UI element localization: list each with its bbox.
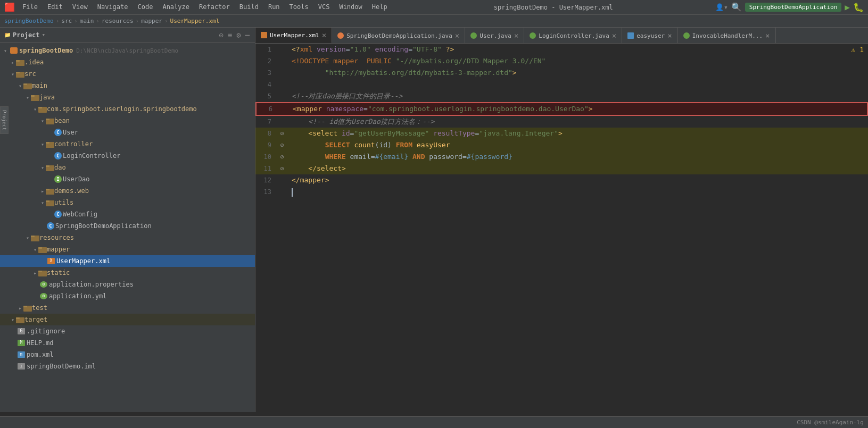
menu-edit[interactable]: Edit xyxy=(43,2,67,12)
tree-item-com[interactable]: ▾ com.springboot.userlogin.springbootdem… xyxy=(0,103,255,115)
tree-item-appyml[interactable]: ⚙ application.yml xyxy=(0,290,255,302)
breadcrumb-file[interactable]: UserMapper.xml xyxy=(170,18,220,24)
tab-easyuser[interactable]: easyuser × xyxy=(622,28,677,44)
tab-logincontroller[interactable]: LoginController.java × xyxy=(524,28,622,44)
project-dropdown-icon[interactable]: ▾ xyxy=(42,31,46,38)
tree-item-dao[interactable]: ▾ dao xyxy=(0,162,255,173)
tree-item-main[interactable]: ▾ main xyxy=(0,80,255,91)
tab-springbootdemoapplication[interactable]: SpringBootDemoApplication.java × xyxy=(332,28,465,44)
menu-tools[interactable]: Tools xyxy=(285,2,313,12)
line-gutter-11: ⊘ xyxy=(277,163,287,174)
close-sidebar-icon[interactable]: ─ xyxy=(244,30,251,40)
tree-item-idea[interactable]: ▸ .idea xyxy=(0,56,255,68)
tree-item-target[interactable]: ▾ target xyxy=(0,314,255,325)
tree-label-helpmd: HELP.md xyxy=(27,339,54,347)
menu-window[interactable]: Window xyxy=(335,2,366,12)
tree-item-springbootdemo[interactable]: ▾ springBootDemo D:\NCB\ncbJava\springBo… xyxy=(0,45,255,56)
tree-item-usermapper[interactable]: X UserMapper.xml xyxy=(0,255,255,267)
menu-build[interactable]: Build xyxy=(235,2,263,12)
iml-icon: i xyxy=(18,363,25,370)
tree-item-controller[interactable]: ▾ controller xyxy=(0,138,255,150)
tab-db-icon xyxy=(627,32,634,39)
tree-item-static[interactable]: ▸ static xyxy=(0,267,255,279)
menu-help[interactable]: Help xyxy=(368,2,392,12)
breadcrumb-project[interactable]: springBootDemo xyxy=(4,18,54,24)
svg-rect-15 xyxy=(46,165,49,167)
tree-item-resources[interactable]: ▾ resources xyxy=(0,232,255,244)
tree-item-src[interactable]: ▾ src xyxy=(0,68,255,80)
props-icon: ⚙ xyxy=(40,281,47,288)
chevron-appprops xyxy=(32,282,38,288)
tree-item-demos[interactable]: ▸ demos.web xyxy=(0,185,255,197)
tab-close-user[interactable]: × xyxy=(514,32,518,39)
tabs-bar: UserMapper.xml × SpringBootDemoApplicati… xyxy=(255,28,868,44)
svg-rect-9 xyxy=(38,107,42,108)
chevron-resources: ▾ xyxy=(24,235,31,241)
tree-item-appprops[interactable]: ⚙ application.properties xyxy=(0,279,255,290)
tree-item-springbootdemoapplication[interactable]: C SpringBootDemoApplication xyxy=(0,220,255,232)
tab-usermapper[interactable]: UserMapper.xml × xyxy=(255,28,332,44)
tree-item-gitignore[interactable]: G .gitignore xyxy=(0,325,255,337)
menu-file[interactable]: File xyxy=(18,2,42,12)
chevron-utils: ▾ xyxy=(39,200,46,206)
tree-item-test[interactable]: ▸ test xyxy=(0,302,255,314)
debug-button[interactable]: 🐛 xyxy=(853,2,864,12)
editor[interactable]: ⚠ 1 1 <?xml version="1.0" encoding="UTF-… xyxy=(255,44,868,412)
locate-icon[interactable]: ⊙ xyxy=(218,30,224,40)
breadcrumb-main[interactable]: main xyxy=(80,18,94,24)
tab-label-easyuser: easyuser xyxy=(636,32,665,39)
search-icon[interactable]: 🔍 xyxy=(731,2,742,12)
project-panel-tab[interactable]: Project xyxy=(0,106,9,134)
account-icon[interactable]: 👤▾ xyxy=(715,3,728,11)
settings-icon[interactable]: ⚙ xyxy=(235,30,242,40)
chevron-mapper: ▾ xyxy=(32,247,38,253)
tree-item-user-class[interactable]: C User xyxy=(0,127,255,138)
tab-close-invocable[interactable]: × xyxy=(765,32,770,39)
tree-item-logincontroller[interactable]: C LoginController xyxy=(0,150,255,162)
svg-rect-7 xyxy=(31,95,35,97)
tree-label-gitignore: .gitignore xyxy=(27,328,65,335)
menu-run[interactable]: Run xyxy=(264,2,284,12)
tree-item-mapper-folder[interactable]: ▾ mapper xyxy=(0,244,255,255)
tab-user[interactable]: User.java × xyxy=(465,28,524,44)
file-tree: ▾ springBootDemo D:\NCB\ncbJava\springBo… xyxy=(0,43,255,374)
line-content-9: SELECT count(id) FROM easyUser xyxy=(287,139,868,151)
collapse-all-icon[interactable]: ≡ xyxy=(227,30,233,40)
tree-item-helpmd[interactable]: M HELP.md xyxy=(0,337,255,349)
tree-item-userdao[interactable]: I UserDao xyxy=(0,173,255,185)
menu-view[interactable]: View xyxy=(68,2,92,12)
run-config[interactable]: SpringBootDemoApplication xyxy=(745,3,842,12)
chevron-target: ▾ xyxy=(10,317,16,323)
menu-navigate[interactable]: Navigate xyxy=(93,2,133,12)
tree-item-bean[interactable]: ▾ bean xyxy=(0,115,255,127)
tab-close-app[interactable]: × xyxy=(455,32,459,39)
tree-item-webconfig[interactable]: C WebConfig xyxy=(0,208,255,220)
editor-line-13: 13 xyxy=(255,186,868,198)
chevron-appyml xyxy=(32,293,38,299)
breadcrumb-resources[interactable]: resources xyxy=(102,18,134,24)
menu-code[interactable]: Code xyxy=(134,2,158,12)
chevron-springbootdemo: ▾ xyxy=(2,48,9,54)
editor-line-2: 2 <!DOCTYPE mapper PUBLIC "-//mybatis.or… xyxy=(255,55,868,67)
line-content-3: "http://mybatis.org/dtd/mybatis-3-mapper… xyxy=(287,67,868,79)
tree-item-iml[interactable]: i springBootDemo.iml xyxy=(0,360,255,372)
breadcrumb-src[interactable]: src xyxy=(61,18,72,24)
tab-close-easyuser[interactable]: × xyxy=(667,32,672,39)
tree-item-java[interactable]: ▾ java xyxy=(0,91,255,103)
status-right: CSDN @smileAgain-lg xyxy=(797,419,864,426)
tab-close-logincontroller[interactable]: × xyxy=(612,32,616,39)
menu-vcs[interactable]: VCS xyxy=(314,2,334,12)
breadcrumb-mapper[interactable]: mapper xyxy=(141,18,162,24)
run-button[interactable]: ▶ xyxy=(845,2,850,12)
menu-bar[interactable]: 🟥 File Edit View Navigate Code Analyze R… xyxy=(4,2,392,12)
tree-item-utils[interactable]: ▾ utils xyxy=(0,197,255,208)
tab-invocable[interactable]: InvocableHandlerM... × xyxy=(678,28,776,44)
tree-item-pom[interactable]: m pom.xml xyxy=(0,349,255,360)
chevron-static: ▸ xyxy=(32,270,38,276)
folder-icon-idea xyxy=(16,58,24,66)
chevron-usermapper xyxy=(39,258,46,264)
tree-label-utils: utils xyxy=(54,199,73,206)
tab-close-usermapper[interactable]: × xyxy=(322,31,326,39)
menu-refactor[interactable]: Refactor xyxy=(195,2,234,12)
menu-analyze[interactable]: Analyze xyxy=(158,2,194,12)
